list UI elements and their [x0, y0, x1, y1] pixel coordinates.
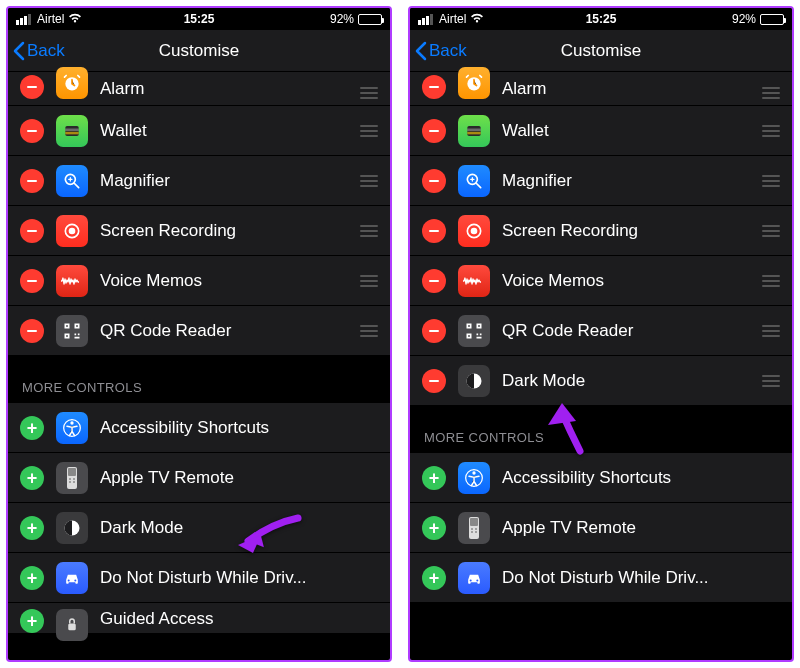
- controls-list[interactable]: Alarm Wallet Magnifier Screen Recording: [410, 72, 792, 603]
- reorder-handle-icon[interactable]: [360, 325, 378, 337]
- reorder-handle-icon[interactable]: [762, 375, 780, 387]
- list-item[interactable]: Voice Memos: [8, 256, 390, 306]
- list-item[interactable]: Wallet: [410, 106, 792, 156]
- signal-icon: [16, 14, 31, 25]
- svg-rect-36: [470, 518, 478, 526]
- reorder-handle-icon[interactable]: [762, 175, 780, 187]
- controls-list[interactable]: Alarm Wallet Magnifier Screen Recording: [8, 72, 390, 633]
- svg-point-42: [476, 579, 478, 581]
- remove-button[interactable]: [422, 169, 446, 193]
- nav-bar: Back Customise: [8, 30, 390, 72]
- add-button[interactable]: [422, 516, 446, 540]
- remove-button[interactable]: [20, 319, 44, 343]
- list-item[interactable]: Magnifier: [8, 156, 390, 206]
- list-item[interactable]: Do Not Disturb While Driv...: [8, 553, 390, 603]
- reorder-handle-icon[interactable]: [360, 275, 378, 287]
- qr-code-icon: [56, 315, 88, 347]
- add-button[interactable]: [20, 416, 44, 440]
- voice-memos-icon: [458, 265, 490, 297]
- list-item[interactable]: QR Code Reader: [410, 306, 792, 356]
- remove-button[interactable]: [20, 75, 44, 99]
- svg-rect-2: [65, 128, 78, 131]
- accessibility-icon: [56, 412, 88, 444]
- add-button[interactable]: [20, 566, 44, 590]
- item-label: Magnifier: [502, 171, 754, 191]
- list-item[interactable]: Accessibility Shortcuts: [410, 453, 792, 503]
- remove-button[interactable]: [422, 369, 446, 393]
- list-item[interactable]: Screen Recording: [410, 206, 792, 256]
- battery: 92%: [330, 12, 382, 26]
- add-button[interactable]: [20, 466, 44, 490]
- svg-rect-13: [68, 468, 76, 476]
- list-item[interactable]: Dark Mode: [410, 356, 792, 406]
- list-item[interactable]: Voice Memos: [410, 256, 792, 306]
- item-label: Do Not Disturb While Driv...: [100, 568, 378, 588]
- remove-button[interactable]: [20, 119, 44, 143]
- svg-point-40: [475, 531, 477, 533]
- svg-point-20: [74, 579, 76, 581]
- svg-point-39: [471, 531, 473, 533]
- item-label: Voice Memos: [502, 271, 754, 291]
- list-item[interactable]: Screen Recording: [8, 206, 390, 256]
- reorder-handle-icon[interactable]: [762, 87, 780, 99]
- list-item[interactable]: Accessibility Shortcuts: [8, 403, 390, 453]
- back-button[interactable]: Back: [8, 41, 65, 61]
- remove-button[interactable]: [422, 269, 446, 293]
- list-item[interactable]: Apple TV Remote: [410, 503, 792, 553]
- section-header: MORE CONTROLS: [410, 406, 792, 453]
- item-label: Voice Memos: [100, 271, 352, 291]
- clock: 15:25: [184, 12, 215, 26]
- add-button[interactable]: [20, 516, 44, 540]
- list-item[interactable]: Do Not Disturb While Driv...: [410, 553, 792, 603]
- wifi-icon: [470, 12, 484, 26]
- dark-mode-icon: [458, 365, 490, 397]
- svg-rect-8: [76, 325, 78, 327]
- svg-rect-7: [66, 325, 68, 327]
- remove-button[interactable]: [422, 119, 446, 143]
- remove-button[interactable]: [422, 219, 446, 243]
- list-item[interactable]: QR Code Reader: [8, 306, 390, 356]
- item-label: Do Not Disturb While Driv...: [502, 568, 780, 588]
- add-button[interactable]: [20, 609, 44, 633]
- back-button[interactable]: Back: [410, 41, 467, 61]
- remove-button[interactable]: [422, 75, 446, 99]
- list-item[interactable]: Wallet: [8, 106, 390, 156]
- remove-button[interactable]: [20, 219, 44, 243]
- remove-button[interactable]: [20, 269, 44, 293]
- item-label: Accessibility Shortcuts: [502, 468, 780, 488]
- reorder-handle-icon[interactable]: [762, 225, 780, 237]
- add-button[interactable]: [422, 566, 446, 590]
- list-item[interactable]: Alarm: [410, 72, 792, 106]
- list-item[interactable]: Dark Mode: [8, 503, 390, 553]
- add-button[interactable]: [422, 466, 446, 490]
- remove-button[interactable]: [20, 169, 44, 193]
- item-label: Screen Recording: [100, 221, 352, 241]
- reorder-handle-icon[interactable]: [360, 225, 378, 237]
- svg-point-14: [69, 478, 71, 480]
- remove-button[interactable]: [422, 319, 446, 343]
- list-item[interactable]: Alarm: [8, 72, 390, 106]
- reorder-handle-icon[interactable]: [762, 275, 780, 287]
- reorder-handle-icon[interactable]: [360, 175, 378, 187]
- item-label: Screen Recording: [502, 221, 754, 241]
- list-item[interactable]: Apple TV Remote: [8, 453, 390, 503]
- do-not-disturb-driving-icon: [56, 562, 88, 594]
- svg-point-6: [69, 227, 76, 234]
- reorder-handle-icon[interactable]: [360, 87, 378, 99]
- reorder-handle-icon[interactable]: [360, 125, 378, 137]
- item-label: Guided Access: [100, 609, 378, 629]
- svg-rect-21: [68, 624, 76, 631]
- reorder-handle-icon[interactable]: [762, 325, 780, 337]
- clock: 15:25: [586, 12, 617, 26]
- wallet-icon: [56, 115, 88, 147]
- apple-tv-remote-icon: [56, 462, 88, 494]
- list-item[interactable]: Magnifier: [410, 156, 792, 206]
- svg-point-11: [70, 421, 73, 424]
- status-bar: Airtel 15:25 92%: [410, 8, 792, 30]
- item-label: Magnifier: [100, 171, 352, 191]
- list-item[interactable]: Guided Access: [8, 603, 390, 633]
- reorder-handle-icon[interactable]: [762, 125, 780, 137]
- item-label: Alarm: [502, 79, 754, 99]
- do-not-disturb-driving-icon: [458, 562, 490, 594]
- item-label: Alarm: [100, 79, 352, 99]
